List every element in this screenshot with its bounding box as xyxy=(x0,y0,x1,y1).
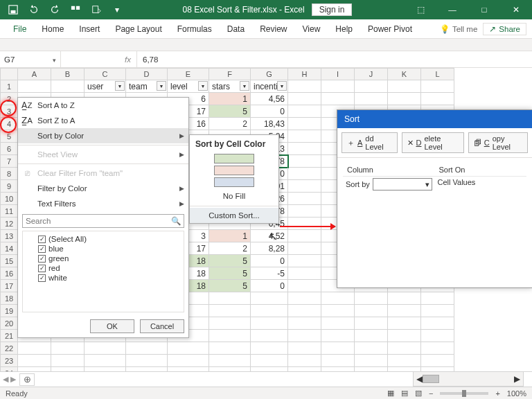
cell-H3[interactable] xyxy=(288,105,321,118)
cell-F22[interactable] xyxy=(209,342,251,355)
cell-L19[interactable] xyxy=(421,305,454,317)
minimize-icon[interactable]: — xyxy=(436,0,468,19)
qat-customize-icon[interactable]: ▾ xyxy=(107,0,127,19)
row-header-15[interactable]: 15 xyxy=(0,255,18,267)
cell-I21[interactable] xyxy=(321,330,355,342)
cell-A1[interactable] xyxy=(18,80,51,93)
cell-J19[interactable] xyxy=(355,305,388,317)
row-header-6[interactable]: 6 xyxy=(0,143,18,155)
col-header-K[interactable]: K xyxy=(388,68,421,80)
menu-filter-by-color[interactable]: Filter by Color▶ xyxy=(18,181,188,196)
cell-L2[interactable] xyxy=(421,93,454,105)
cell-F13[interactable]: 1 xyxy=(209,230,251,242)
checkbox[interactable]: ✓ xyxy=(38,265,46,272)
row-header-14[interactable]: 14 xyxy=(0,242,18,255)
zoom-out-icon[interactable]: − xyxy=(429,389,433,398)
cell-J1[interactable] xyxy=(355,80,388,93)
cell-G17[interactable]: 0 xyxy=(251,280,288,292)
cell-K2[interactable] xyxy=(388,93,421,105)
row-header-22[interactable]: 22 xyxy=(0,342,18,355)
cell-H4[interactable] xyxy=(288,118,321,130)
cell-L22[interactable] xyxy=(421,342,454,355)
checkbox[interactable]: ✓ xyxy=(38,245,46,253)
tab-file[interactable]: File xyxy=(6,19,34,38)
row-header-9[interactable]: 9 xyxy=(0,180,18,193)
filter-dropdown-E[interactable]: ▼ xyxy=(198,81,208,91)
color-swatch-orange[interactable] xyxy=(214,166,254,175)
cell-E23[interactable] xyxy=(168,355,209,367)
col-header-L[interactable]: L xyxy=(421,68,454,80)
undo-icon[interactable] xyxy=(24,0,44,19)
cell-H19[interactable] xyxy=(288,305,321,317)
row-header-19[interactable]: 19 xyxy=(0,305,18,317)
cell-F23[interactable] xyxy=(209,355,251,367)
row-header-8[interactable]: 8 xyxy=(0,168,18,180)
menu-sort-za[interactable]: Z̲ASort Z to A xyxy=(18,113,188,128)
row-header-10[interactable]: 10 xyxy=(0,193,18,205)
cell-G19[interactable] xyxy=(251,305,288,317)
col-header-C[interactable]: C xyxy=(85,68,126,80)
cell-L20[interactable] xyxy=(421,317,454,330)
cell-F19[interactable] xyxy=(209,305,251,317)
filter-dropdown-D[interactable]: ▼ xyxy=(157,81,166,91)
cell-H9[interactable] xyxy=(288,180,321,193)
cell-G14[interactable]: 8,28 xyxy=(251,242,288,255)
cell-F20[interactable] xyxy=(209,317,251,330)
cell-I23[interactable] xyxy=(321,355,355,367)
tab-power-pivot[interactable]: Power Pivot xyxy=(360,19,420,38)
custom-sort-menuitem[interactable]: Custom Sort... xyxy=(190,208,278,223)
cell-H2[interactable] xyxy=(288,93,321,105)
cell-H12[interactable] xyxy=(288,218,321,230)
copy-level-button[interactable]: 🗐Copy Level xyxy=(468,132,528,153)
cell-F14[interactable]: 2 xyxy=(209,242,251,255)
cell-F21[interactable] xyxy=(209,330,251,342)
tab-formulas[interactable]: Formulas xyxy=(170,19,220,38)
row-header-20[interactable]: 20 xyxy=(0,317,18,330)
tell-me-search[interactable]: 💡Tell me xyxy=(434,24,483,34)
filter-dropdown-F[interactable]: ▼ xyxy=(240,81,249,91)
filter-search-input[interactable]: Search🔍 xyxy=(22,214,184,228)
ribbon-display-icon[interactable]: ⬚ xyxy=(405,0,436,19)
cell-C1[interactable]: user▼ xyxy=(85,80,126,93)
color-swatch-blue[interactable] xyxy=(214,177,254,187)
zoom-level[interactable]: 100% xyxy=(507,389,526,398)
filter-value-list[interactable]: ✓(Select All) ✓blue ✓green ✓red ✓white xyxy=(22,231,184,312)
cell-H23[interactable] xyxy=(288,355,321,367)
horizontal-scrollbar[interactable]: ◀▶ xyxy=(413,371,524,387)
cell-K20[interactable] xyxy=(388,317,421,330)
row-header-13[interactable]: 13 xyxy=(0,230,18,242)
row-header-11[interactable]: 11 xyxy=(0,205,18,218)
save-icon[interactable] xyxy=(3,0,24,19)
cell-H6[interactable] xyxy=(288,143,321,155)
cell-E1[interactable]: level▼ xyxy=(168,80,209,93)
formula-input[interactable]: 6,78 xyxy=(137,51,532,67)
cell-H13[interactable] xyxy=(288,230,321,242)
cell-H20[interactable] xyxy=(288,317,321,330)
col-header-G[interactable]: G xyxy=(251,68,288,80)
cell-F4[interactable]: 2 xyxy=(209,118,251,130)
cell-L1[interactable] xyxy=(421,80,454,93)
cell-G20[interactable] xyxy=(251,317,288,330)
cell-G2[interactable]: 4,56 xyxy=(251,93,288,105)
cell-H15[interactable] xyxy=(288,255,321,267)
row-header-1[interactable]: 1 xyxy=(0,80,18,93)
col-header-I[interactable]: I xyxy=(321,68,355,80)
col-header-F[interactable]: F xyxy=(209,68,251,80)
col-header-H[interactable]: H xyxy=(288,68,321,80)
cell-I1[interactable] xyxy=(321,80,355,93)
cell-J22[interactable] xyxy=(355,342,388,355)
tab-page-layout[interactable]: Page Layout xyxy=(107,19,169,38)
cell-K23[interactable] xyxy=(388,355,421,367)
cell-K21[interactable] xyxy=(388,330,421,342)
row-header-16[interactable]: 16 xyxy=(0,267,18,280)
color-swatch-green[interactable] xyxy=(214,154,254,163)
cell-G22[interactable] xyxy=(251,342,288,355)
cell-E22[interactable] xyxy=(168,342,209,355)
cell-F2[interactable]: 1 xyxy=(209,93,251,105)
cell-A22[interactable] xyxy=(18,342,51,355)
cell-H17[interactable] xyxy=(288,280,321,292)
cell-D23[interactable] xyxy=(126,355,168,367)
view-normal-icon[interactable]: ▦ xyxy=(387,389,394,398)
cell-G16[interactable]: -5 xyxy=(251,267,288,280)
cell-J21[interactable] xyxy=(355,330,388,342)
